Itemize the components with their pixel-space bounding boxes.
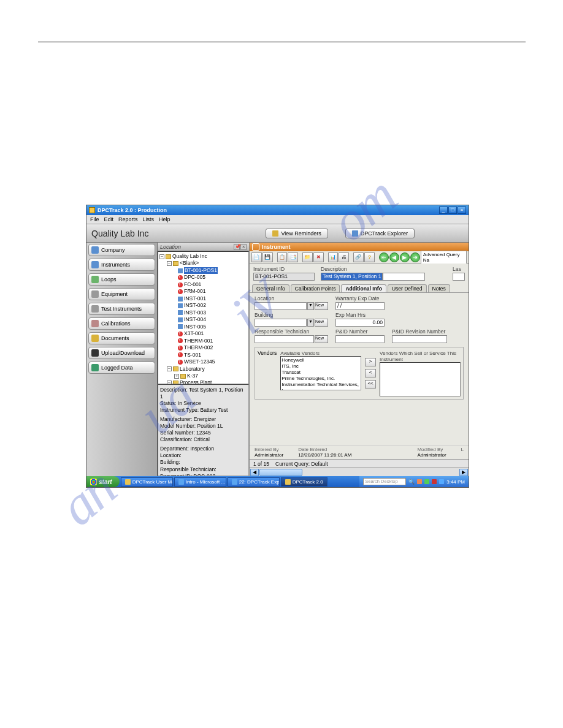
tree-item[interactable]: INST-005 (159, 324, 247, 330)
vendor-item[interactable]: Honeywell (282, 357, 360, 363)
vendor-remove-all-button[interactable]: << (365, 380, 376, 389)
tree-item-selected[interactable]: BT-001-POS1 (184, 267, 218, 274)
toolbar-attach-button[interactable]: 🔗 (353, 252, 364, 262)
menu-help[interactable]: Help (159, 216, 170, 222)
warranty-date-field[interactable]: / / (335, 302, 385, 310)
nav-item-upload-download[interactable]: Upload/Download (88, 347, 155, 359)
nav-last-button[interactable]: ⇥ (410, 252, 420, 262)
tree-collapse-icon[interactable]: − (167, 366, 172, 371)
building-new-button[interactable]: New (315, 319, 328, 327)
available-vendors-list[interactable]: HoneywellITS, IncTranscatPrime Technolog… (280, 356, 361, 390)
tree-collapse-icon[interactable]: − (159, 254, 164, 259)
tree-expand-icon[interactable]: + (174, 374, 179, 379)
vendor-add-button[interactable]: > (365, 358, 376, 366)
nav-item-test-instruments[interactable]: Test Instruments (88, 303, 155, 315)
horizontal-scrollbar[interactable]: ◀ ▶ (250, 468, 469, 476)
toolbar-export-button[interactable]: 📑 (288, 252, 298, 262)
nav-item-instruments[interactable]: Instruments (88, 259, 155, 271)
location-close-button[interactable]: × (240, 244, 247, 250)
vendor-remove-button[interactable]: < (365, 369, 376, 377)
toolbar-folder-button[interactable]: 📁 (302, 252, 313, 262)
dropdown-icon[interactable]: ▼ (307, 302, 314, 310)
exp-man-hrs-field[interactable]: 0.00 (335, 319, 385, 327)
resp-tech-new-button[interactable]: New (315, 335, 328, 343)
tree-item[interactable]: DPC-005 (159, 274, 247, 281)
tree-item[interactable]: FRM-001 (159, 288, 247, 295)
taskbar-task[interactable]: DPCTrack 2.0 (281, 477, 327, 487)
building-dropdown[interactable] (255, 319, 307, 327)
description-field[interactable]: Test System 1, Position 1 (321, 273, 383, 281)
vendor-item[interactable]: Instrumentation Technical Services, Inc. (282, 382, 360, 390)
tree-item[interactable]: WSET-12345 (159, 358, 247, 365)
taskbar-task[interactable]: 22: DPCTrack Expl... (228, 477, 280, 487)
toolbar-print-button[interactable]: 🖨 (339, 252, 349, 262)
pid-number-field[interactable] (335, 335, 385, 343)
menu-lists[interactable]: Lists (143, 216, 155, 222)
maximize-button[interactable]: □ (448, 207, 457, 214)
nav-item-documents[interactable]: Documents (88, 332, 155, 344)
toolbar-help-button[interactable]: ? (364, 252, 375, 262)
nav-first-button[interactable]: ⇤ (379, 252, 389, 262)
toolbar-save-button[interactable]: 💾 (262, 252, 273, 262)
tray-icon[interactable] (439, 479, 444, 484)
search-desktop-input[interactable]: Search Desktop (363, 478, 406, 485)
nav-item-logged-data[interactable]: Logged Data (88, 362, 155, 374)
toolbar-new-button[interactable]: 📄 (251, 252, 262, 262)
location-tree[interactable]: − Quality Lab Inc − <Blank> BT-001-POS1 … (158, 251, 249, 384)
menu-edit[interactable]: Edit (104, 216, 114, 222)
view-reminders-button[interactable]: View Reminders (266, 229, 327, 238)
tree-item[interactable]: THERM-002 (159, 344, 247, 351)
location-dropdown[interactable] (255, 302, 307, 310)
scroll-left-button[interactable]: ◀ (250, 469, 259, 476)
toolbar-copy-button[interactable]: 📋 (277, 252, 288, 262)
tree-item[interactable]: FC-001 (159, 281, 247, 288)
nav-next-button[interactable]: ▶ (400, 252, 410, 262)
nav-item-company[interactable]: Company (88, 244, 155, 256)
tray-icon[interactable] (417, 479, 422, 484)
tree-item[interactable]: THERM-001 (159, 338, 247, 344)
instrument-icon (178, 317, 183, 322)
nav-item-equipment[interactable]: Equipment (88, 288, 155, 300)
tree-item[interactable]: INST-003 (159, 309, 247, 316)
nav-item-calibrations[interactable]: Calibrations (88, 317, 155, 330)
toolbar-delete-button[interactable]: ✖ (313, 252, 324, 262)
tab-user-defined[interactable]: User Defined (388, 284, 427, 292)
tree-item[interactable]: X3T-001 (159, 330, 247, 337)
pid-revision-field[interactable] (392, 335, 447, 343)
service-vendors-list[interactable] (380, 362, 461, 396)
location-new-button[interactable]: New (315, 302, 328, 310)
tree-collapse-icon[interactable]: − (167, 261, 172, 266)
tray-search-icon[interactable]: 🔍 (408, 479, 415, 485)
tree-item[interactable]: INST-001 (159, 295, 247, 302)
tab-additional-info[interactable]: Additional Info (341, 284, 386, 292)
tree-item[interactable]: TS-001 (159, 352, 247, 358)
tab-general-info[interactable]: General Info (252, 284, 289, 292)
tray-icon[interactable] (432, 479, 437, 484)
nav-prev-button[interactable]: ◀ (389, 252, 399, 262)
menu-reports[interactable]: Reports (118, 216, 138, 222)
close-button[interactable]: × (458, 207, 466, 214)
dpctrack-explorer-button[interactable]: DPCTrack Explorer (345, 229, 415, 238)
tree-item[interactable]: INST-004 (159, 316, 247, 323)
menu-file[interactable]: File (90, 216, 99, 222)
tab-calibration-points[interactable]: Calibration Points (291, 284, 340, 292)
tray-icon[interactable] (424, 479, 429, 484)
vendor-item[interactable]: Prime Technologies, Inc. (282, 376, 360, 382)
menu-bar: File Edit Reports Lists Help (86, 215, 469, 224)
tree-item[interactable]: INST-002 (159, 302, 247, 309)
location-pin-button[interactable]: 📌 (234, 244, 240, 250)
taskbar-task[interactable]: DPCTrack User Ma... (121, 477, 173, 487)
taskbar-task[interactable]: Intro - Microsoft ... (174, 477, 226, 487)
nav-item-loops[interactable]: Loops (88, 273, 155, 286)
vendor-item[interactable]: ITS, Inc (282, 363, 360, 370)
scroll-thumb[interactable] (259, 469, 302, 476)
tab-notes[interactable]: Notes (428, 284, 450, 292)
start-button[interactable]: start (86, 476, 120, 487)
vendor-item[interactable]: Transcat (282, 370, 360, 376)
toolbar-chart-button[interactable]: 📊 (328, 252, 339, 262)
scroll-right-button[interactable]: ▶ (459, 469, 468, 476)
location-panel-title: Location 📌 × (158, 243, 249, 251)
minimize-button[interactable]: _ (439, 207, 448, 214)
dropdown-icon[interactable]: ▼ (307, 319, 314, 327)
responsible-tech-dropdown[interactable] (255, 335, 314, 343)
